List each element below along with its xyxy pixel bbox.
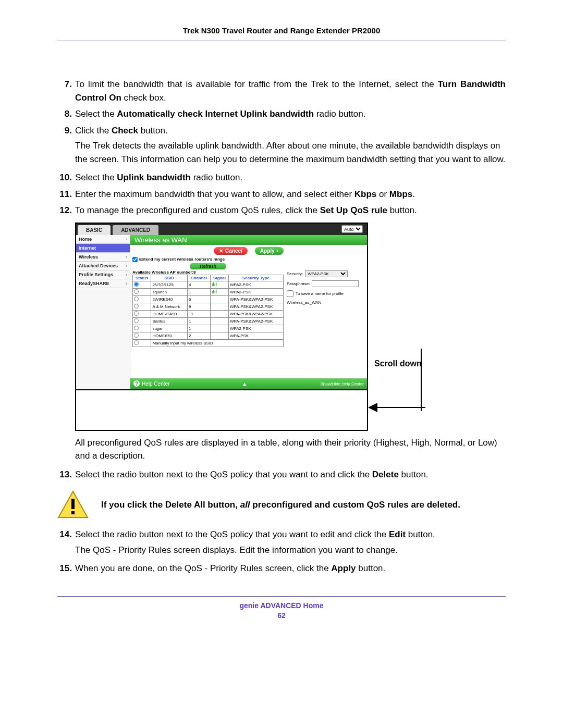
sig-cell bbox=[210, 295, 228, 303]
text: or bbox=[376, 189, 389, 199]
step-13: 13. Select the radio button next to the … bbox=[57, 468, 506, 482]
ssid-cell: HOME870 bbox=[151, 332, 188, 339]
text: . bbox=[412, 189, 415, 199]
step-10: 10. Select the Uplink bandwidth radio bu… bbox=[57, 171, 506, 184]
text: Select the radio button next to the QoS … bbox=[75, 529, 389, 539]
sec-cell: WPA-PSK bbox=[228, 332, 283, 339]
text: Select the bbox=[75, 109, 117, 119]
sidebar-item-attached[interactable]: Attached Devices› bbox=[76, 262, 130, 270]
bold-text: Edit bbox=[389, 529, 406, 539]
refresh-button[interactable]: Refresh bbox=[190, 263, 226, 269]
text: Click the bbox=[75, 126, 112, 135]
tab-advanced[interactable]: ADVANCED bbox=[113, 225, 158, 235]
bold-text: Mbps bbox=[389, 189, 412, 199]
sidebar-item-home[interactable]: Home› bbox=[76, 235, 130, 244]
ap-radio[interactable] bbox=[134, 304, 139, 309]
text: Select the bbox=[75, 172, 117, 182]
expand-icon[interactable]: ▴ bbox=[243, 380, 247, 388]
cancel-button[interactable]: ✕Cancel bbox=[214, 247, 248, 255]
extend-checkbox[interactable] bbox=[132, 257, 138, 262]
sidebar: Home› Internet› Wireless› Attached Devic… bbox=[76, 235, 130, 389]
signal-icon: ılıl bbox=[212, 289, 217, 294]
sidebar-item-wireless[interactable]: Wireless› bbox=[76, 253, 130, 262]
show-hide-help-link[interactable]: Show/Hide Help Center bbox=[320, 381, 364, 386]
save-profile-label: To save a name for profile bbox=[296, 291, 344, 296]
table-row[interactable]: Santos1WPA-PSK&WPA2-PSK bbox=[133, 317, 284, 325]
table-row[interactable]: HOME8702WPA-PSK bbox=[133, 332, 284, 339]
table-row[interactable]: 2WIRE3406WPA-PSK&WPA2-PSK bbox=[133, 295, 284, 303]
chevron-right-icon: › bbox=[126, 281, 127, 286]
tab-basic[interactable]: BASIC bbox=[78, 225, 111, 235]
ch-cell: 9 bbox=[188, 303, 211, 310]
panel-title: Wireless as WAN bbox=[130, 235, 367, 245]
text: button. bbox=[399, 470, 429, 479]
table-row[interactable]: sugar1WPA2-PSK bbox=[133, 325, 284, 332]
help-center-button[interactable]: ?Help Center bbox=[133, 380, 169, 387]
ap-radio[interactable] bbox=[134, 289, 139, 294]
step-number: 10. bbox=[57, 171, 75, 184]
text: check box. bbox=[121, 93, 166, 103]
chevron-right-icon: › bbox=[126, 245, 127, 251]
ch-cell: 1 bbox=[188, 325, 211, 332]
chevron-right-icon: › bbox=[126, 272, 127, 277]
table-row[interactable]: squinch1ılılWPA2-PSK bbox=[133, 288, 284, 295]
warn-text-bold2: preconfigured and custom QoS rules are d… bbox=[250, 500, 460, 510]
step-14: 14. Select the radio button next to the … bbox=[57, 528, 506, 559]
help-icon: ? bbox=[133, 380, 140, 387]
document-header: Trek N300 Travel Router and Range Extend… bbox=[57, 26, 506, 38]
bold-text: Automatically check Internet Uplink band… bbox=[117, 109, 314, 119]
sidebar-item-profile[interactable]: Profile Settings› bbox=[76, 270, 130, 279]
text: Enter the maximum bandwidth that you wan… bbox=[75, 189, 354, 199]
sec-cell: WPA2-PSK bbox=[228, 288, 283, 295]
text: To limit the bandwidth that is available… bbox=[75, 79, 438, 89]
table-row[interactable]: A & M Network9WPA-PSK&WPA2-PSK bbox=[133, 303, 284, 310]
apply-button[interactable]: Apply› bbox=[255, 247, 284, 255]
col-ssid: SSID bbox=[151, 275, 188, 281]
col-status: Status bbox=[133, 275, 151, 281]
ap-radio[interactable] bbox=[134, 318, 139, 323]
ap-radio[interactable] bbox=[134, 297, 139, 301]
warning-block: If you click the Delete All button, all … bbox=[57, 490, 506, 519]
warn-text-bold: If you click the Delete All button, bbox=[101, 500, 240, 510]
extend-label: Extend my current wireless routers's ran… bbox=[139, 257, 225, 262]
ap-radio[interactable] bbox=[134, 333, 139, 338]
scroll-down-label: Scroll down bbox=[374, 359, 422, 368]
ap-radio[interactable] bbox=[134, 311, 139, 316]
sec-cell: WPA2-PSK bbox=[228, 281, 283, 288]
col-channel: Channel bbox=[188, 275, 211, 281]
step-14-extra: The QoS - Priority Rules screen displays… bbox=[75, 544, 506, 557]
text: button. bbox=[356, 563, 386, 573]
pass-label: Passphrase: bbox=[287, 281, 310, 286]
ch-cell: 1 bbox=[188, 317, 211, 325]
ssid-cell: sugar bbox=[151, 325, 188, 332]
signal-icon: ılıl bbox=[212, 282, 217, 287]
step-11: 11. Enter the maximum bandwidth that you… bbox=[57, 188, 506, 201]
table-row[interactable]: Manually input my wireless SSID bbox=[133, 339, 284, 347]
mode-select[interactable]: Auto bbox=[341, 225, 363, 233]
sig-cell bbox=[210, 303, 228, 310]
ap-table: Status SSID Channel Signal Security Type… bbox=[132, 275, 284, 347]
table-row[interactable]: 2NTGR1254ılılWPA2-PSK bbox=[133, 281, 284, 288]
security-select[interactable]: WPA2-PSK bbox=[305, 270, 348, 277]
text: radio button. bbox=[191, 172, 242, 182]
ap-radio[interactable] bbox=[134, 326, 139, 330]
passphrase-input[interactable] bbox=[312, 280, 359, 287]
sidebar-item-readyshare[interactable]: ReadySHARE› bbox=[76, 279, 130, 288]
sig-cell bbox=[210, 325, 228, 332]
arrow-left-icon bbox=[368, 403, 425, 412]
sidebar-item-internet[interactable]: Internet› bbox=[76, 244, 130, 253]
save-profile-checkbox[interactable] bbox=[287, 290, 293, 297]
step-number: 14. bbox=[57, 528, 75, 559]
step-15: 15. When you are done, on the QoS - Prio… bbox=[57, 562, 506, 575]
ap-radio[interactable] bbox=[134, 340, 139, 345]
sig-cell bbox=[210, 317, 228, 325]
step-12: 12. To manage the preconfigured and cust… bbox=[57, 204, 506, 217]
table-row[interactable]: HOME-CA9811WPA-PSK&WPA2-PSK bbox=[133, 310, 284, 317]
ssid-cell: A & M Network bbox=[151, 303, 188, 310]
sig-cell: ılıl bbox=[210, 288, 228, 295]
bold-text: Apply bbox=[331, 563, 356, 573]
ap-radio[interactable] bbox=[134, 282, 139, 287]
ssid-cell: squinch bbox=[151, 288, 188, 295]
profile-name: Wireless_as_WAN bbox=[287, 300, 321, 305]
text: When you are done, on the QoS - Priority… bbox=[75, 563, 331, 573]
